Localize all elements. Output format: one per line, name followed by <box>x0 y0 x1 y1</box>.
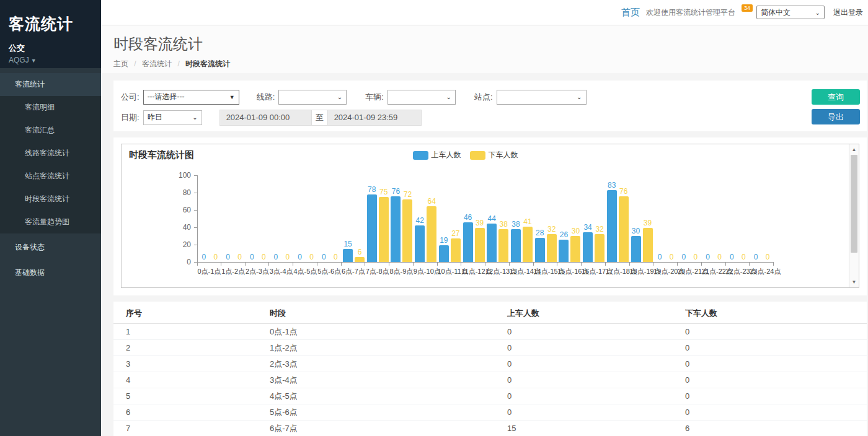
bar-下车人数[interactable] <box>570 236 580 262</box>
bar-上车人数[interactable] <box>391 196 401 262</box>
org-code-dropdown[interactable]: AQGJ▼ <box>9 56 101 64</box>
bar-下车人数[interactable] <box>402 199 412 262</box>
table-cell: 0 <box>685 408 867 417</box>
sidebar-item-客流汇总[interactable]: 客流汇总 <box>0 119 101 142</box>
logout-link[interactable]: 退出登录 <box>833 7 863 18</box>
table-row[interactable]: 10点-1点00 <box>113 324 867 340</box>
nav-home-link[interactable]: 首页 <box>621 7 640 19</box>
bar-value-label: 32 <box>595 225 603 233</box>
sidebar-item-客流量趋势图[interactable]: 客流量趋势图 <box>0 211 101 233</box>
sidebar-item-站点客流统计[interactable]: 站点客流统计 <box>0 165 101 188</box>
sidebar-item-设备状态[interactable]: 设备状态 <box>0 236 101 259</box>
notification-badge[interactable]: 34 <box>742 4 753 12</box>
bar-上车人数[interactable] <box>535 238 545 262</box>
x-axis-label: 21点-22点 <box>702 267 726 276</box>
query-button[interactable]: 查询 <box>812 89 860 105</box>
bar-下车人数[interactable] <box>475 228 485 262</box>
bar-column: 15 <box>343 175 353 262</box>
x-axis-label: 2点-3点 <box>246 267 270 276</box>
bar-上车人数[interactable] <box>367 194 377 262</box>
bar-column: 30 <box>570 175 580 262</box>
bar-group-23点-24点: 00 <box>750 175 774 262</box>
bar-下车人数[interactable] <box>451 238 461 262</box>
breadcrumb: 主页 / 客流统计 / 时段客流统计 <box>113 59 868 69</box>
bar-上车人数[interactable] <box>487 224 497 262</box>
date-from-input[interactable]: 2024-01-09 00:00 <box>220 110 311 125</box>
bar-上车人数[interactable] <box>559 240 569 262</box>
breadcrumb-home[interactable]: 主页 <box>113 59 128 68</box>
x-tick <box>534 263 558 266</box>
bar-下车人数[interactable] <box>547 234 557 262</box>
table-row[interactable]: 76点-7点156 <box>113 421 867 436</box>
scroll-down-icon[interactable]: ▼ <box>849 277 859 287</box>
bar-value-label: 0 <box>670 253 674 261</box>
bar-上车人数[interactable] <box>631 236 641 262</box>
legend-item-下车人数[interactable]: 下车人数 <box>470 150 518 160</box>
sidebar-logo-area: 客流统计 公交 AQGJ▼ <box>0 0 101 68</box>
language-select[interactable]: 简体中文 ⌄ <box>756 6 825 19</box>
table-row[interactable]: 32点-3点00 <box>113 356 867 372</box>
sidebar-item-客流明细[interactable]: 客流明细 <box>0 96 101 119</box>
bar-下车人数[interactable] <box>523 227 533 262</box>
bar-上车人数[interactable] <box>415 225 425 262</box>
bar-value-label: 0 <box>742 253 746 261</box>
bar-下车人数[interactable] <box>427 206 436 262</box>
x-axis-label: 5点-6点 <box>317 267 342 276</box>
bar-下车人数[interactable] <box>643 228 653 262</box>
chevron-down-icon: ⌄ <box>192 114 197 121</box>
bar-column: 0 <box>307 175 317 262</box>
bar-上车人数[interactable] <box>463 222 473 262</box>
table-cell: 15 <box>507 424 685 433</box>
bar-value-label: 0 <box>226 253 230 261</box>
station-select[interactable]: ⌄ <box>497 90 587 105</box>
table-row[interactable]: 21点-2点00 <box>113 340 867 356</box>
x-axis-label: 1点-2点 <box>221 267 246 276</box>
export-button[interactable]: 导出 <box>812 109 860 124</box>
bar-column: 0 <box>763 175 773 262</box>
chart-container: 时段车流统计图 上车人数下车人数 020406080100 0000000000… <box>121 144 859 288</box>
bar-value-label: 78 <box>368 186 376 194</box>
bar-column: 0 <box>703 175 713 262</box>
bar-上车人数[interactable] <box>439 245 449 262</box>
table-row[interactable]: 43点-4点00 <box>113 372 867 388</box>
line-select[interactable]: ⌄ <box>278 90 347 105</box>
bar-下车人数[interactable] <box>619 196 629 262</box>
chart-panel: 时段车流统计图 上车人数下车人数 020406080100 0000000000… <box>113 137 867 295</box>
table-row[interactable]: 54点-5点00 <box>113 388 867 404</box>
bar-value-label: 0 <box>262 253 266 261</box>
chart-scrollbar[interactable]: ▲ ▼ <box>849 144 859 287</box>
bar-上车人数[interactable] <box>583 232 593 262</box>
breadcrumb-separator: / <box>177 59 179 68</box>
bar-下车人数[interactable] <box>355 257 365 262</box>
bar-column: 78 <box>367 175 377 262</box>
top-navbar: 首页 欢迎使用客流统计管理平台 34 简体中文 ⌄ 退出登录 <box>101 0 868 25</box>
company-select[interactable]: ---请选择--- ▼ <box>143 90 239 105</box>
table-cell: 0点-1点 <box>270 326 507 338</box>
x-tick <box>317 263 342 266</box>
bar-下车人数[interactable] <box>498 229 508 262</box>
table-cell: 0 <box>685 327 867 336</box>
bar-上车人数[interactable] <box>607 190 617 262</box>
legend-item-上车人数[interactable]: 上车人数 <box>413 150 461 160</box>
bar-上车人数[interactable] <box>343 249 353 262</box>
bar-value-label: 0 <box>754 253 758 261</box>
bar-column: 0 <box>715 175 725 262</box>
sidebar-item-客流统计[interactable]: 客流统计 <box>0 73 101 96</box>
scrollbar-thumb[interactable] <box>851 155 857 253</box>
bar-下车人数[interactable] <box>379 197 389 262</box>
bar-下车人数[interactable] <box>595 234 604 262</box>
x-axis-label: 11点-12点 <box>461 267 485 276</box>
legend-label: 上车人数 <box>432 150 461 160</box>
sidebar-item-线路客流统计[interactable]: 线路客流统计 <box>0 142 101 165</box>
scroll-up-icon[interactable]: ▲ <box>849 145 859 154</box>
table-row[interactable]: 65点-6点00 <box>113 404 867 421</box>
sidebar-item-基础数据[interactable]: 基础数据 <box>0 261 101 284</box>
date-preset-select[interactable]: 昨日 ⌄ <box>143 110 202 125</box>
sidebar-item-时段客流统计[interactable]: 时段客流统计 <box>0 188 101 211</box>
breadcrumb-section[interactable]: 客流统计 <box>142 59 172 68</box>
vehicle-select[interactable]: ⌄ <box>388 90 456 105</box>
date-to-input[interactable]: 2024-01-09 23:59 <box>328 110 421 125</box>
table-cell: 2 <box>126 343 270 352</box>
bar-value-label: 0 <box>322 253 326 261</box>
bar-上车人数[interactable] <box>511 229 521 262</box>
